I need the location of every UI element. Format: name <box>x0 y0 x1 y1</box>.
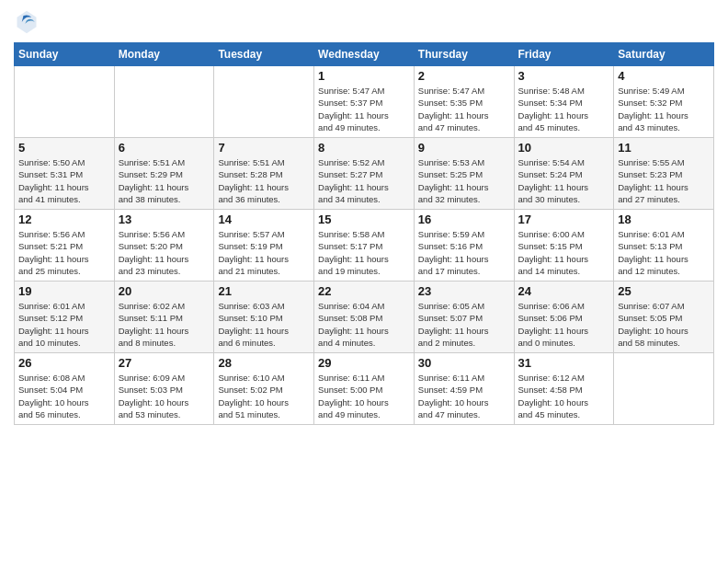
calendar-cell: 23Sunrise: 6:05 AMSunset: 5:07 PMDayligh… <box>414 282 514 353</box>
calendar-cell: 11Sunrise: 5:55 AMSunset: 5:23 PMDayligh… <box>614 138 714 210</box>
calendar-table: SundayMondayTuesdayWednesdayThursdayFrid… <box>14 42 714 425</box>
day-info: Sunrise: 6:03 AMSunset: 5:10 PMDaylight:… <box>218 300 310 349</box>
calendar-cell: 25Sunrise: 6:07 AMSunset: 5:05 PMDayligh… <box>614 282 714 353</box>
calendar-cell: 17Sunrise: 6:00 AMSunset: 5:15 PMDayligh… <box>514 210 614 282</box>
day-number: 12 <box>18 213 110 226</box>
day-number: 10 <box>518 141 610 155</box>
weekday-header-saturday: Saturday <box>614 43 714 66</box>
calendar-cell <box>614 353 714 425</box>
day-info: Sunrise: 5:54 AMSunset: 5:24 PMDaylight:… <box>518 156 610 205</box>
calendar-cell: 29Sunrise: 6:11 AMSunset: 5:00 PMDayligh… <box>314 353 415 425</box>
day-number: 6 <box>119 141 210 155</box>
day-number: 15 <box>318 213 410 226</box>
day-number: 11 <box>618 141 710 155</box>
header <box>14 9 714 35</box>
day-info: Sunrise: 6:01 AMSunset: 5:12 PMDaylight:… <box>18 300 110 349</box>
calendar-cell: 14Sunrise: 5:57 AMSunset: 5:19 PMDayligh… <box>214 210 314 282</box>
day-info: Sunrise: 6:08 AMSunset: 5:04 PMDaylight:… <box>18 372 110 420</box>
calendar-cell: 28Sunrise: 6:10 AMSunset: 5:02 PMDayligh… <box>214 353 314 425</box>
calendar-week-row: 1Sunrise: 5:47 AMSunset: 5:37 PMDaylight… <box>15 66 714 138</box>
day-info: Sunrise: 6:04 AMSunset: 5:08 PMDaylight:… <box>318 300 410 349</box>
calendar-cell: 19Sunrise: 6:01 AMSunset: 5:12 PMDayligh… <box>15 282 115 353</box>
day-number: 19 <box>18 284 110 298</box>
day-number: 22 <box>318 284 410 298</box>
page-container: SundayMondayTuesdayWednesdayThursdayFrid… <box>0 0 728 563</box>
weekday-header-sunday: Sunday <box>15 43 115 66</box>
weekday-header-tuesday: Tuesday <box>214 43 314 66</box>
calendar-cell: 8Sunrise: 5:52 AMSunset: 5:27 PMDaylight… <box>314 138 415 210</box>
logo-icon <box>14 9 40 35</box>
day-info: Sunrise: 6:11 AMSunset: 5:00 PMDaylight:… <box>318 372 410 420</box>
day-number: 16 <box>418 213 510 226</box>
day-info: Sunrise: 6:10 AMSunset: 5:02 PMDaylight:… <box>218 372 310 420</box>
weekday-header-friday: Friday <box>514 43 614 66</box>
day-info: Sunrise: 5:49 AMSunset: 5:32 PMDaylight:… <box>618 85 710 133</box>
day-info: Sunrise: 5:55 AMSunset: 5:23 PMDaylight:… <box>618 156 710 205</box>
calendar-week-row: 26Sunrise: 6:08 AMSunset: 5:04 PMDayligh… <box>15 353 714 425</box>
day-number: 30 <box>418 356 510 370</box>
day-info: Sunrise: 6:05 AMSunset: 5:07 PMDaylight:… <box>418 300 510 349</box>
calendar-cell: 12Sunrise: 5:56 AMSunset: 5:21 PMDayligh… <box>15 210 115 282</box>
day-number: 29 <box>318 356 410 370</box>
day-number: 13 <box>119 213 210 226</box>
day-number: 26 <box>18 356 110 370</box>
day-number: 4 <box>618 69 710 83</box>
day-info: Sunrise: 5:50 AMSunset: 5:31 PMDaylight:… <box>18 156 110 205</box>
day-number: 3 <box>518 69 610 83</box>
day-info: Sunrise: 5:56 AMSunset: 5:21 PMDaylight:… <box>18 228 110 277</box>
calendar-cell: 10Sunrise: 5:54 AMSunset: 5:24 PMDayligh… <box>514 138 614 210</box>
day-info: Sunrise: 5:53 AMSunset: 5:25 PMDaylight:… <box>418 156 510 205</box>
day-number: 7 <box>218 141 310 155</box>
calendar-cell: 22Sunrise: 6:04 AMSunset: 5:08 PMDayligh… <box>314 282 415 353</box>
day-info: Sunrise: 6:11 AMSunset: 4:59 PMDaylight:… <box>418 372 510 420</box>
day-number: 25 <box>618 284 710 298</box>
weekday-header-wednesday: Wednesday <box>314 43 415 66</box>
day-number: 24 <box>518 284 610 298</box>
calendar-cell: 9Sunrise: 5:53 AMSunset: 5:25 PMDaylight… <box>414 138 514 210</box>
day-number: 14 <box>218 213 310 226</box>
calendar-cell: 2Sunrise: 5:47 AMSunset: 5:35 PMDaylight… <box>414 66 514 138</box>
day-info: Sunrise: 6:12 AMSunset: 4:58 PMDaylight:… <box>518 372 610 420</box>
day-number: 5 <box>18 141 110 155</box>
calendar-cell: 16Sunrise: 5:59 AMSunset: 5:16 PMDayligh… <box>414 210 514 282</box>
weekday-header-monday: Monday <box>114 43 214 66</box>
weekday-header-thursday: Thursday <box>414 43 514 66</box>
calendar-cell <box>214 66 314 138</box>
day-info: Sunrise: 6:09 AMSunset: 5:03 PMDaylight:… <box>119 372 210 420</box>
calendar-cell: 13Sunrise: 5:56 AMSunset: 5:20 PMDayligh… <box>114 210 214 282</box>
day-info: Sunrise: 6:02 AMSunset: 5:11 PMDaylight:… <box>119 300 210 349</box>
day-info: Sunrise: 6:06 AMSunset: 5:06 PMDaylight:… <box>518 300 610 349</box>
day-info: Sunrise: 5:47 AMSunset: 5:35 PMDaylight:… <box>418 85 510 133</box>
calendar-cell: 5Sunrise: 5:50 AMSunset: 5:31 PMDaylight… <box>15 138 115 210</box>
day-info: Sunrise: 5:59 AMSunset: 5:16 PMDaylight:… <box>418 228 510 277</box>
day-number: 1 <box>318 69 410 83</box>
calendar-cell: 7Sunrise: 5:51 AMSunset: 5:28 PMDaylight… <box>214 138 314 210</box>
calendar-cell: 3Sunrise: 5:48 AMSunset: 5:34 PMDaylight… <box>514 66 614 138</box>
calendar-cell: 15Sunrise: 5:58 AMSunset: 5:17 PMDayligh… <box>314 210 415 282</box>
day-info: Sunrise: 6:07 AMSunset: 5:05 PMDaylight:… <box>618 300 710 349</box>
day-info: Sunrise: 5:58 AMSunset: 5:17 PMDaylight:… <box>318 228 410 277</box>
day-info: Sunrise: 5:47 AMSunset: 5:37 PMDaylight:… <box>318 85 410 133</box>
day-info: Sunrise: 5:52 AMSunset: 5:27 PMDaylight:… <box>318 156 410 205</box>
day-info: Sunrise: 6:01 AMSunset: 5:13 PMDaylight:… <box>618 228 710 277</box>
calendar-cell: 6Sunrise: 5:51 AMSunset: 5:29 PMDaylight… <box>114 138 214 210</box>
calendar-cell: 24Sunrise: 6:06 AMSunset: 5:06 PMDayligh… <box>514 282 614 353</box>
day-number: 2 <box>418 69 510 83</box>
day-info: Sunrise: 5:51 AMSunset: 5:28 PMDaylight:… <box>218 156 310 205</box>
day-info: Sunrise: 6:00 AMSunset: 5:15 PMDaylight:… <box>518 228 610 277</box>
weekday-header-row: SundayMondayTuesdayWednesdayThursdayFrid… <box>15 43 714 66</box>
day-number: 17 <box>518 213 610 226</box>
day-info: Sunrise: 5:56 AMSunset: 5:20 PMDaylight:… <box>119 228 210 277</box>
calendar-week-row: 12Sunrise: 5:56 AMSunset: 5:21 PMDayligh… <box>15 210 714 282</box>
calendar-cell <box>114 66 214 138</box>
calendar-cell: 4Sunrise: 5:49 AMSunset: 5:32 PMDaylight… <box>614 66 714 138</box>
day-info: Sunrise: 5:57 AMSunset: 5:19 PMDaylight:… <box>218 228 310 277</box>
calendar-cell: 27Sunrise: 6:09 AMSunset: 5:03 PMDayligh… <box>114 353 214 425</box>
calendar-week-row: 5Sunrise: 5:50 AMSunset: 5:31 PMDaylight… <box>15 138 714 210</box>
day-number: 9 <box>418 141 510 155</box>
calendar-cell: 1Sunrise: 5:47 AMSunset: 5:37 PMDaylight… <box>314 66 415 138</box>
day-number: 8 <box>318 141 410 155</box>
calendar-cell: 31Sunrise: 6:12 AMSunset: 4:58 PMDayligh… <box>514 353 614 425</box>
day-number: 23 <box>418 284 510 298</box>
day-number: 18 <box>618 213 710 226</box>
